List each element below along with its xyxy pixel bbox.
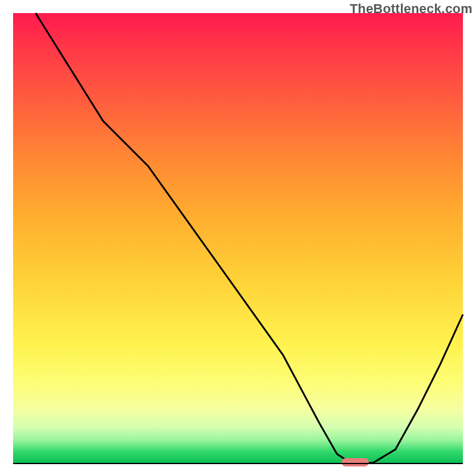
watermark-text: TheBottleneck.com — [350, 1, 472, 17]
chart-overlay — [13, 13, 463, 463]
optimal-marker — [342, 458, 369, 466]
x-axis — [13, 463, 463, 464]
bottleneck-chart: TheBottleneck.com — [0, 0, 476, 476]
bottleneck-curve-path — [36, 13, 463, 463]
